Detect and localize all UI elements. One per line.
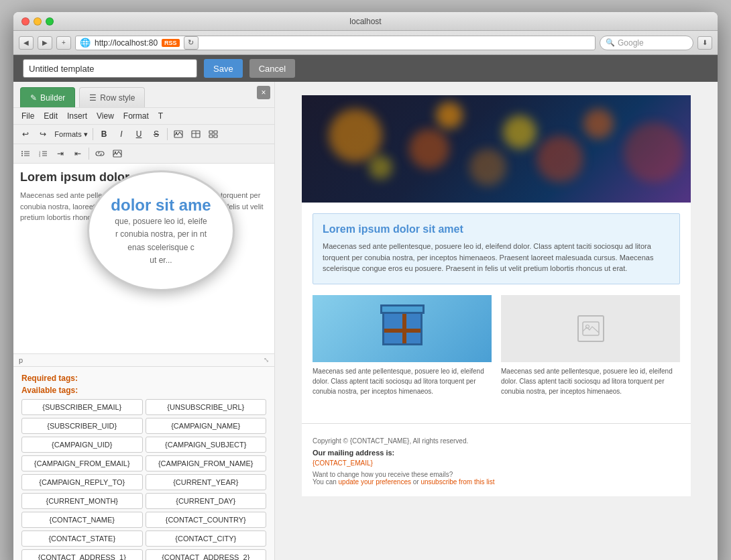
tag-contact-city[interactable]: {CONTACT_CITY} xyxy=(146,530,267,547)
editor-status-tag: p xyxy=(19,356,23,364)
tag-contact-address-1[interactable]: {CONTACT_ADDRESS_1} xyxy=(21,549,143,560)
tag-campaign-uid[interactable]: {CAMPAIGN_UID} xyxy=(21,437,143,453)
tab-builder[interactable]: ✎ Builder xyxy=(20,87,75,107)
preview-col-2: Maecenas sed ante pellentesque, posuere … xyxy=(501,295,680,396)
menu-insert[interactable]: Insert xyxy=(63,110,91,122)
tag-campaign-from-email[interactable]: {CAMPAIGN_FROM_EMAIL} xyxy=(21,455,143,471)
tag-current-year[interactable]: {CURRENT_YEAR} xyxy=(146,474,267,490)
strikethrough-button[interactable]: S xyxy=(148,127,164,142)
toolbar-separator-3 xyxy=(89,148,89,160)
update-text: Want to change how you receive these ema… xyxy=(313,471,680,486)
insert-link-button[interactable] xyxy=(92,146,108,161)
menu-file[interactable]: File xyxy=(17,110,38,122)
underline-button[interactable]: U xyxy=(131,127,147,142)
italic-button[interactable]: I xyxy=(113,127,129,142)
close-panel-button[interactable]: × xyxy=(257,86,270,99)
refresh-button[interactable]: ↻ xyxy=(184,36,199,50)
insert-special-button[interactable] xyxy=(205,127,221,142)
close-window-btn[interactable] xyxy=(21,17,30,25)
tag-campaign-subject[interactable]: {CAMPAIGN_SUBJECT} xyxy=(146,437,267,453)
tag-unsubscribe-url[interactable]: {UNSUBSCRIBE_URL} xyxy=(146,399,267,415)
magnifier-text-3: r conubia nostra, per in nt xyxy=(111,228,211,241)
undo-button[interactable]: ↩ xyxy=(17,127,34,142)
titlebar: localhost xyxy=(13,12,718,31)
svg-point-12 xyxy=(21,151,23,152)
menu-edit[interactable]: Edit xyxy=(40,110,62,122)
resize-handle[interactable]: ⤡ xyxy=(264,356,269,363)
unsubscribe-link[interactable]: unsubscribe from this list xyxy=(420,478,494,486)
svg-point-14 xyxy=(21,155,23,156)
preview-col-2-text: Maecenas sed ante pellentesque, posuere … xyxy=(501,366,680,396)
svg-rect-6 xyxy=(214,131,217,133)
preview-col-1: Maecenas sed ante pellentesque, posuere … xyxy=(313,295,492,396)
tag-contact-state[interactable]: {CONTACT_STATE} xyxy=(21,530,143,547)
tag-subscriber-uid[interactable]: {SUBSCRIBER_UID} xyxy=(21,418,143,434)
right-panel[interactable]: Lorem ipsum dolor sit amet Maecenas sed … xyxy=(275,82,718,560)
maximize-window-btn[interactable] xyxy=(46,17,54,25)
tag-subscriber-email[interactable]: {SUBSCRIBER_EMAIL} xyxy=(21,399,143,415)
preview-two-columns: Maecenas sed ante pellentesque, posuere … xyxy=(313,295,680,396)
list-ordered-button[interactable]: 123 xyxy=(35,146,51,161)
update-preferences-link[interactable]: update your preferences xyxy=(339,478,411,486)
redo-button[interactable]: ↪ xyxy=(35,127,51,142)
preview-divider xyxy=(302,423,691,424)
tag-campaign-name[interactable]: {CAMPAIGN_NAME} xyxy=(146,418,267,434)
tag-campaign-from-name[interactable]: {CAMPAIGN_FROM_NAME} xyxy=(146,455,267,471)
builder-icon: ✎ xyxy=(30,93,37,103)
insert-image-button[interactable] xyxy=(170,127,186,142)
mailing-label: Our mailing address is: xyxy=(313,449,680,457)
editor-menubar: File Edit Insert View Format T xyxy=(13,108,274,125)
outdent-button[interactable]: ⇤ xyxy=(70,146,86,161)
editor-status-bar: p ⤡ xyxy=(13,353,274,366)
toolbar-separator-1 xyxy=(93,128,93,140)
window-title: localhost xyxy=(349,17,381,26)
menu-t[interactable]: T xyxy=(154,110,167,122)
tag-contact-address-2[interactable]: {CONTACT_ADDRESS_2} xyxy=(146,549,267,560)
search-icon: 🔍 xyxy=(606,38,615,47)
tag-grid: {SUBSCRIBER_EMAIL} {UNSUBSCRIBE_URL} {SU… xyxy=(21,399,266,560)
tag-contact-name[interactable]: {CONTACT_NAME} xyxy=(21,512,143,528)
template-name-input[interactable] xyxy=(23,59,197,78)
preview-box-text: Maecenas sed ante pellentesque, posuere … xyxy=(323,241,670,274)
downloads-button[interactable]: ⬇ xyxy=(697,36,712,50)
app-toolbar: Save Cancel xyxy=(13,55,718,82)
bold-button[interactable]: B xyxy=(96,127,112,142)
rss-badge[interactable]: RSS xyxy=(162,39,180,47)
editor-area[interactable]: Lorem ipsum dolor Maecenas sed ante pell… xyxy=(13,164,274,353)
minimize-window-btn[interactable] xyxy=(34,17,42,25)
insert-table-button[interactable] xyxy=(188,127,204,142)
menu-view[interactable]: View xyxy=(93,110,118,122)
indent-button[interactable]: ⇥ xyxy=(52,146,68,161)
formats-button[interactable]: Formats ▾ xyxy=(52,127,90,142)
preview-col-2-image-placeholder xyxy=(501,295,680,362)
list-unordered-button[interactable] xyxy=(17,146,34,161)
search-placeholder: Google xyxy=(618,38,644,48)
globe-icon: 🌐 xyxy=(80,38,91,48)
copyright-text: Copyright © {CONTACT_NAME}, All rights r… xyxy=(313,437,680,445)
menu-format[interactable]: Format xyxy=(119,110,153,122)
contact-email-link[interactable]: {CONTACT_EMAIL} xyxy=(313,459,373,467)
add-tab-button[interactable]: + xyxy=(56,36,71,50)
back-button[interactable]: ◀ xyxy=(19,36,34,50)
editor-toolbar-2: 123 ⇥ ⇤ xyxy=(13,144,274,164)
svg-rect-5 xyxy=(209,131,213,133)
cancel-button[interactable]: Cancel xyxy=(249,59,295,78)
tag-contact-country[interactable]: {CONTACT_COUNTRY} xyxy=(146,512,267,528)
preview-container: Lorem ipsum dolor sit amet Maecenas sed … xyxy=(302,95,691,496)
tags-section: Required tags: Available tags: {SUBSCRIB… xyxy=(13,366,274,560)
save-button[interactable]: Save xyxy=(204,59,243,78)
search-bar[interactable]: 🔍 Google xyxy=(600,36,693,50)
tag-campaign-reply-to[interactable]: {CAMPAIGN_REPLY_TO} xyxy=(21,474,143,490)
tag-current-month[interactable]: {CURRENT_MONTH} xyxy=(21,493,143,509)
browser-window: localhost ◀ ▶ + 🌐 http://localhost:80 RS… xyxy=(13,12,718,560)
url-bar[interactable]: 🌐 http://localhost:80 RSS ↻ xyxy=(75,36,596,50)
forward-button[interactable]: ▶ xyxy=(38,36,52,50)
preview-content: Lorem ipsum dolor sit amet Maecenas sed … xyxy=(302,203,691,416)
magnifier-text-5: ut er... xyxy=(111,254,211,267)
magnifier-text-2: que, posuere leo id, eleife xyxy=(111,215,211,228)
tab-row-style[interactable]: ☰ Row style xyxy=(79,87,145,107)
preview-box-title: Lorem ipsum dolor sit amet xyxy=(323,223,670,235)
tag-current-day[interactable]: {CURRENT_DAY} xyxy=(146,493,267,509)
insert-image2-button[interactable] xyxy=(109,146,125,161)
preview-col-1-image xyxy=(313,295,492,362)
